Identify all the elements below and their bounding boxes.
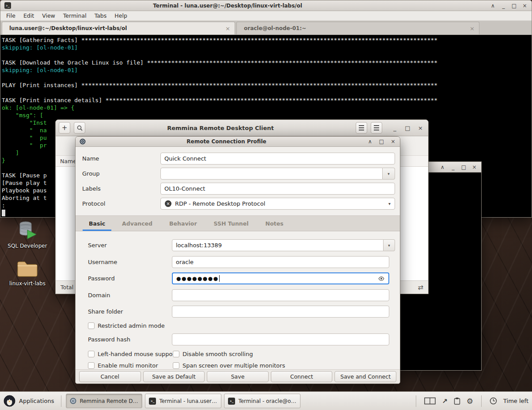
taskbar-item-terminal-luna[interactable]: >_ Terminal - luna.user@:~... (145, 394, 221, 408)
terminal1-window-title: Terminal - luna.user@:~/Desktop/linux-vi… (14, 3, 441, 9)
tab-basic[interactable]: Basic (83, 216, 111, 231)
switch-mode-icon[interactable]: ⇄ (418, 284, 423, 291)
password-hash-label: Password hash (88, 333, 130, 345)
share-folder-input[interactable] (172, 306, 389, 318)
close-button[interactable]: × (471, 164, 477, 170)
close-button[interactable]: × (390, 138, 396, 145)
tab-advanced[interactable]: Advanced (116, 216, 159, 231)
minimize-button[interactable]: _ (501, 3, 506, 9)
smooth-scrolling-label: Disable smooth scrolling (182, 351, 253, 357)
dialog-titlebar[interactable]: Remote Connection Profile ∧ □ × (76, 137, 400, 147)
shade-button[interactable]: ∧ (490, 3, 496, 9)
terminal-cursor (2, 210, 5, 216)
maximize-button[interactable]: □ (405, 125, 410, 131)
span-screen-checkbox[interactable] (173, 362, 179, 369)
menu-tabs[interactable]: Tabs (91, 12, 111, 19)
taskbar-item-remmina[interactable]: Remmina Remote Desk... (66, 394, 142, 408)
maximize-button[interactable]: □ (511, 3, 517, 9)
protocol-dropdown[interactable]: × RDP - Remote Desktop Protocol ▾ (160, 198, 395, 210)
terminal-line: skipping: [ol-node-01] (2, 44, 532, 51)
terminal1-titlebar[interactable]: >_ Terminal - luna.user@:~/Desktop/linux… (0, 0, 532, 11)
main-menu-button[interactable] (371, 122, 382, 134)
server-dropdown-button[interactable]: ▾ (384, 239, 395, 251)
terminal1-menubar: File Edit View Terminal Tabs Help (0, 11, 532, 21)
remmina-headerbar[interactable]: + Remmina Remote Desktop Client _ □ × (56, 120, 428, 136)
minimize-button[interactable]: _ (450, 164, 456, 170)
shade-button[interactable]: ∧ (367, 138, 373, 145)
tab-close-icon[interactable]: × (225, 25, 230, 32)
hamburger-menu-icon (374, 125, 379, 130)
menu-help[interactable]: Help (110, 12, 131, 19)
search-button[interactable] (74, 122, 85, 134)
clock-icon[interactable] (490, 397, 497, 405)
task-label: Terminal - luna.user@:~... (159, 398, 217, 404)
menu-terminal[interactable]: Terminal (59, 12, 91, 19)
workspace-switcher-icon[interactable] (424, 397, 436, 405)
password-input[interactable]: ●●●●●●●● (172, 272, 389, 284)
password-label: Password (88, 272, 115, 284)
tab-notes[interactable]: Notes (259, 216, 289, 231)
menu-view[interactable]: View (38, 12, 59, 19)
left-handed-checkbox[interactable] (88, 351, 95, 357)
username-input[interactable] (172, 256, 389, 268)
clipboard-icon[interactable] (454, 397, 460, 405)
cancel-button[interactable]: Cancel (79, 371, 141, 382)
desktop-icon-label: linux-virt-labs (7, 280, 48, 287)
expand-window-icon[interactable]: ↗ (442, 397, 448, 405)
shade-button[interactable]: ∧ (440, 164, 445, 170)
desktop-icon-linux-virt-labs[interactable]: linux-virt-labs (7, 259, 48, 287)
terminal-app-icon: >_ (4, 2, 11, 9)
password-reveal-eye-icon[interactable] (378, 275, 385, 282)
tab-behavior[interactable]: Behavior (163, 216, 203, 231)
taskbar-item-terminal-oracle[interactable]: >_ Terminal - oracle@ol-no... (224, 394, 300, 408)
restricted-admin-checkbox[interactable] (88, 322, 95, 329)
password-hash-input[interactable] (172, 333, 389, 345)
menu-file[interactable]: File (2, 12, 19, 19)
terminal-app-icon: >_ (149, 398, 156, 405)
terminal-line (2, 74, 532, 81)
new-connection-button[interactable]: + (59, 122, 70, 134)
terminal-line (2, 89, 532, 96)
taskbar: Applications Remmina Remote Desk... >_ T… (0, 391, 532, 410)
tab-ssh-tunnel[interactable]: SSH Tunnel (208, 216, 255, 231)
domain-input[interactable] (172, 289, 389, 301)
taskbar-tray: ↗ ⚙ Time left (414, 395, 529, 407)
tab-oracle-node[interactable]: oracle@ol-node-01:~ × (236, 22, 479, 34)
group-input[interactable] (160, 168, 383, 180)
server-input[interactable] (172, 239, 384, 251)
multi-monitor-label: Enable multi monitor (98, 362, 158, 369)
terminal-app-icon: >_ (228, 398, 235, 405)
desktop-icon-sql-developer[interactable]: SQL Developer (7, 220, 48, 249)
taskbar-separator (61, 395, 61, 407)
maximize-button[interactable]: □ (379, 138, 384, 145)
view-mode-button[interactable] (356, 122, 367, 134)
terminal-line: skipping: [ol-node-01] (2, 66, 532, 74)
multi-monitor-checkbox[interactable] (88, 362, 95, 369)
maximize-button[interactable]: □ (461, 164, 467, 170)
desktop: SQL Developer linux-virt-labs >_ Termina… (0, 0, 532, 410)
save-as-default-button[interactable]: Save as Default (143, 371, 205, 382)
group-dropdown-button[interactable]: ▾ (383, 168, 395, 180)
close-button[interactable]: × (522, 3, 528, 9)
terminal-line: TASK [Gathering Facts] *****************… (2, 36, 532, 44)
close-button[interactable]: × (418, 125, 423, 131)
menu-edit[interactable]: Edit (19, 12, 38, 19)
remote-connection-profile-dialog: Remote Connection Profile ∧ □ × Name Gro… (75, 136, 400, 384)
applications-menu-button[interactable]: Applications (3, 394, 57, 408)
gear-icon[interactable]: ⚙ (467, 397, 473, 406)
connect-button[interactable]: Connect (271, 371, 333, 382)
tab-close-icon[interactable]: × (470, 25, 475, 32)
save-button[interactable]: Save (207, 371, 269, 382)
labels-input[interactable] (160, 183, 395, 195)
tab-luna-user[interactable]: luna.user@:~/Desktop/linux-virt-labs/ol … (2, 22, 235, 34)
terminal2-window-controls: ∧ _ □ × (440, 164, 477, 170)
smooth-scrolling-checkbox[interactable] (173, 351, 179, 357)
tab-label: luna.user@:~/Desktop/linux-virt-labs/ol (9, 25, 219, 31)
minimize-button[interactable]: _ (392, 125, 398, 131)
save-and-connect-button[interactable]: Save and Connect (334, 371, 396, 382)
name-input[interactable] (160, 153, 395, 165)
applications-menu-icon (4, 395, 15, 407)
sql-developer-icon (17, 220, 38, 240)
timer-label[interactable]: Time left (503, 398, 528, 404)
remmina-app-icon (80, 138, 86, 145)
